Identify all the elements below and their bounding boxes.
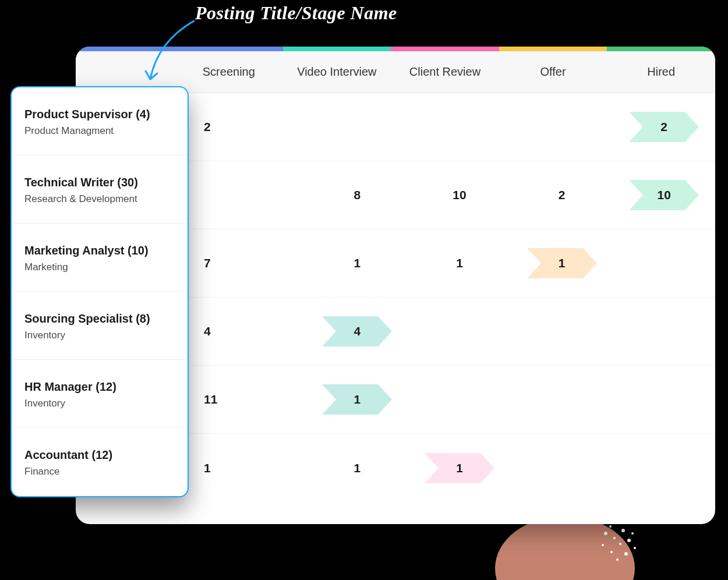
stage-count: 1	[354, 392, 361, 406]
pipeline-cell[interactable]: 10	[613, 161, 715, 229]
svg-point-11	[631, 532, 634, 535]
svg-point-4	[602, 544, 604, 546]
stage-header-offer[interactable]: Offer	[499, 51, 607, 93]
stage-count: 7	[204, 256, 211, 270]
stage-count: 2	[204, 120, 211, 134]
stage-count: 10	[453, 188, 466, 202]
posting-row[interactable]: Accountant (12)Finance	[12, 428, 188, 496]
pipeline-cell	[613, 434, 715, 502]
stage-count: 1	[456, 256, 463, 270]
stage-count: 1	[456, 461, 463, 475]
stage-color-bar	[76, 47, 715, 51]
pipeline-cell[interactable]: 2	[613, 93, 715, 161]
stage-tag[interactable]: 2	[629, 112, 699, 142]
svg-point-8	[624, 552, 628, 556]
svg-point-10	[609, 525, 612, 528]
stage-count: 4	[354, 324, 361, 338]
posting-row[interactable]: Technical Writer (30)Research & Developm…	[12, 155, 188, 224]
pipeline-cell	[408, 366, 511, 433]
pipeline-cell[interactable]: 1	[306, 229, 409, 297]
pipeline-cell[interactable]: 10	[408, 161, 511, 229]
pipeline-cell	[175, 161, 306, 229]
pipeline-cell	[613, 229, 715, 297]
posting-department: Finance	[24, 466, 175, 478]
svg-point-7	[610, 551, 613, 553]
pipeline-cell[interactable]: 1	[511, 229, 613, 297]
posting-department: Research & Development	[24, 193, 175, 205]
stage-header-screening[interactable]: Screening	[175, 51, 283, 93]
pipeline-cell[interactable]: 7	[175, 229, 306, 297]
stage-count: 4	[204, 324, 211, 338]
svg-point-0	[495, 516, 635, 580]
posting-department: Inventory	[24, 398, 175, 409]
stage-count: 2	[559, 188, 566, 202]
pipeline-cell[interactable]: 11	[175, 366, 306, 433]
stage-count: 10	[657, 188, 670, 202]
posting-title: Product Supervisor (4)	[24, 107, 175, 122]
posting-title: HR Manager (12)	[24, 380, 175, 394]
pipeline-cell	[511, 366, 613, 433]
stage-tag[interactable]: 1	[527, 248, 597, 278]
posting-title: Sourcing Specialist (8)	[24, 312, 175, 326]
posting-row[interactable]: Sourcing Specialist (8)Inventory	[12, 292, 188, 360]
svg-point-3	[621, 529, 625, 532]
posting-title: Technical Writer (30)	[24, 175, 175, 190]
stage-count: 8	[354, 188, 361, 202]
pipeline-cell[interactable]: 1	[306, 366, 409, 433]
pipeline-cell	[511, 298, 613, 365]
posting-department: Marketing	[24, 261, 175, 273]
pipeline-cell	[613, 298, 715, 365]
svg-point-5	[619, 543, 621, 545]
pipeline-cell	[408, 93, 511, 161]
svg-point-1	[604, 532, 607, 535]
posting-title: Marketing Analyst (10)	[24, 243, 175, 258]
stage-tag[interactable]: 10	[629, 180, 699, 210]
pipeline-cell[interactable]: 2	[175, 93, 306, 161]
annotation-label: Posting Title/Stage Name	[195, 2, 397, 24]
posting-list-card: Product Supervisor (4)Product ManagmentT…	[10, 86, 189, 497]
pipeline-cell[interactable]: 2	[511, 161, 613, 229]
pipeline-cell[interactable]: 4	[175, 298, 306, 365]
svg-point-2	[613, 537, 616, 539]
pipeline-cell	[511, 434, 613, 502]
stage-tag[interactable]: 4	[322, 316, 392, 346]
pipeline-cell[interactable]: 8	[306, 161, 409, 229]
stage-count: 11	[204, 392, 217, 406]
posting-row[interactable]: HR Manager (12)Inventory	[12, 360, 188, 428]
svg-point-6	[627, 539, 631, 542]
stage-tag[interactable]: 1	[322, 384, 392, 415]
svg-point-9	[634, 547, 636, 549]
stage-tag[interactable]: 1	[425, 453, 494, 483]
pipeline-cell	[613, 366, 715, 433]
pipeline-cell[interactable]: 1	[408, 229, 511, 297]
pipeline-cell[interactable]: 1	[408, 434, 511, 502]
stage-count: 1	[354, 461, 361, 475]
pipeline-cell	[511, 93, 613, 161]
pipeline-cell	[408, 298, 511, 365]
posting-department: Inventory	[24, 330, 175, 341]
stage-header-client-review[interactable]: Client Review	[391, 51, 499, 93]
posting-department: Product Managment	[24, 125, 175, 137]
posting-row[interactable]: Product Supervisor (4)Product Managment	[12, 87, 188, 155]
stage-count: 2	[660, 120, 667, 134]
posting-row[interactable]: Marketing Analyst (10)Marketing	[12, 224, 188, 292]
stage-count: 1	[204, 461, 211, 475]
pipeline-cell	[306, 93, 409, 161]
svg-point-12	[616, 558, 619, 561]
stage-header-video-interview[interactable]: Video Interview	[283, 51, 391, 93]
posting-title: Accountant (12)	[24, 448, 175, 462]
pipeline-cell[interactable]: 4	[306, 298, 409, 365]
stage-header-hired[interactable]: Hired	[607, 51, 715, 93]
stage-count: 1	[559, 256, 566, 270]
pipeline-cell[interactable]: 1	[306, 434, 409, 502]
stage-count: 1	[354, 256, 361, 270]
pipeline-cell[interactable]: 1	[175, 434, 306, 502]
